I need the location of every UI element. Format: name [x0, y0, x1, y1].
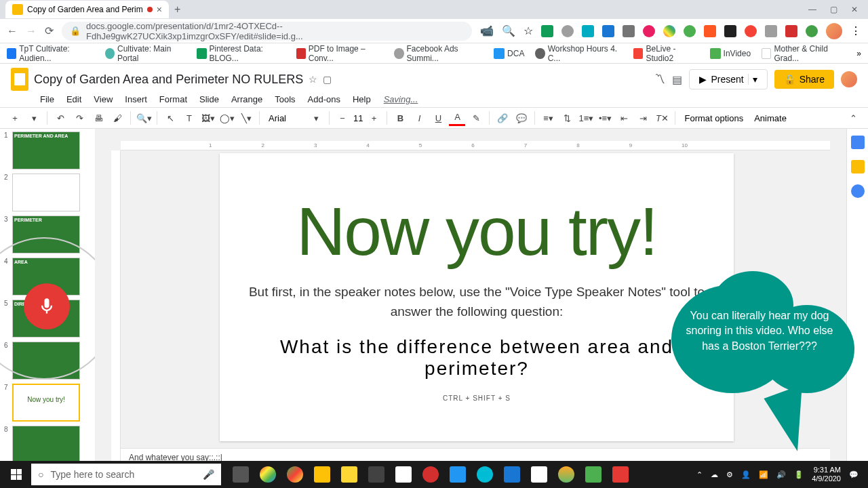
taskbar-app[interactable]	[255, 464, 281, 485]
slide-thumb[interactable]: 3PERIMETER	[4, 216, 91, 253]
document-title[interactable]: Copy of Garden Area and Perimeter NO RUL…	[34, 73, 303, 87]
paint-format-button[interactable]: 🖌	[109, 110, 125, 126]
maximize-icon[interactable]: ▢	[830, 5, 837, 14]
zoom-icon[interactable]: 🔍	[502, 24, 515, 37]
slide-thumb[interactable]: 2	[4, 174, 91, 211]
close-window-icon[interactable]: ✕	[851, 5, 858, 14]
line-button[interactable]: ╲▾	[238, 110, 254, 126]
animate-button[interactable]: Animate	[750, 113, 791, 123]
textbox-button[interactable]: T	[181, 110, 197, 126]
activity-icon[interactable]: 〽	[654, 73, 665, 85]
tray-icon[interactable]: ⚙	[726, 470, 733, 479]
tray-icon[interactable]: ☁	[711, 470, 718, 479]
slide-thumb[interactable]: 6	[4, 342, 91, 380]
menu-file[interactable]: File	[35, 93, 59, 106]
menu-insert[interactable]: Insert	[120, 93, 152, 106]
bookmark-item[interactable]: Facebook Ads Summi...	[394, 44, 483, 63]
present-button[interactable]: ▶ Present ▾	[689, 69, 767, 89]
taskbar-search[interactable]: ○ Type here to search 🎤	[31, 464, 221, 485]
chevron-down-icon[interactable]: ▾	[26, 110, 42, 126]
menu-arrange[interactable]: Arrange	[226, 93, 267, 106]
bullet-list-button[interactable]: •≡▾	[597, 110, 613, 126]
task-view-button[interactable]	[228, 464, 254, 485]
ext-icon[interactable]	[582, 25, 594, 37]
minimize-icon[interactable]: —	[808, 5, 816, 14]
taskbar-app[interactable]	[418, 464, 443, 485]
font-size-decrease[interactable]: −	[334, 110, 351, 126]
slides-logo-icon[interactable]	[11, 68, 28, 91]
account-avatar[interactable]	[841, 71, 857, 87]
link-button[interactable]: 🔗	[494, 110, 511, 126]
wifi-icon[interactable]: 📶	[759, 470, 768, 479]
clear-format-button[interactable]: T✕	[654, 110, 670, 126]
ext-icon[interactable]	[765, 25, 777, 37]
ext-icon[interactable]	[663, 25, 675, 37]
taskbar-app[interactable]	[526, 464, 552, 485]
move-icon[interactable]: ▢	[323, 74, 332, 85]
browser-tab[interactable]: Copy of Garden Area and Perim ×	[5, 1, 169, 18]
people-icon[interactable]: 👤	[741, 470, 751, 479]
voice-type-mic-button[interactable]	[24, 283, 70, 329]
underline-button[interactable]: U	[430, 110, 446, 126]
star-icon[interactable]: ☆	[309, 74, 317, 85]
url-field[interactable]: 🔒 docs.google.com/presentation/d/1mr2-4O…	[62, 22, 472, 41]
taskbar-app[interactable]	[472, 464, 498, 485]
battery-icon[interactable]: 🔋	[794, 470, 804, 479]
undo-button[interactable]: ↶	[52, 110, 68, 126]
ext-icon[interactable]	[643, 25, 655, 37]
ext-icon[interactable]	[745, 25, 757, 37]
forward-icon[interactable]: →	[26, 25, 37, 37]
ext-icon[interactable]	[541, 25, 553, 37]
taskbar-app[interactable]	[553, 464, 579, 485]
reload-icon[interactable]: ⟳	[45, 24, 54, 37]
print-button[interactable]: 🖶	[90, 110, 106, 126]
slide-thumb[interactable]: 1PERIMETER AND AREA	[4, 131, 91, 169]
slide-canvas[interactable]: Now you try! But first, in the speaker n…	[220, 153, 734, 441]
slide-panel[interactable]: 1PERIMETER AND AREA 2 3PERIMETER 4AREA 5…	[0, 129, 95, 488]
volume-icon[interactable]: 🔊	[776, 470, 786, 479]
italic-button[interactable]: I	[411, 110, 427, 126]
bookmark-item[interactable]: DCA	[494, 48, 524, 59]
bookmark-item[interactable]: TpT Cultivate: Audien...	[7, 44, 94, 63]
font-size-increase[interactable]: +	[366, 110, 382, 126]
tasks-icon[interactable]	[851, 184, 865, 198]
font-size-input[interactable]: 11	[353, 113, 363, 123]
taskbar-app[interactable]	[282, 464, 308, 485]
bookmark-item[interactable]: InVideo	[710, 48, 751, 59]
bookmark-item[interactable]: Pinterest Data: BLOG...	[197, 44, 285, 63]
menu-view[interactable]: View	[89, 93, 117, 106]
align-button[interactable]: ≡▾	[540, 110, 556, 126]
close-tab-icon[interactable]: ×	[157, 4, 162, 15]
zoom-button[interactable]: 🔍▾	[136, 110, 152, 126]
comment-button[interactable]: 💬	[513, 110, 530, 126]
keep-icon[interactable]	[851, 160, 865, 174]
format-options-button[interactable]: Format options	[680, 113, 747, 123]
back-icon[interactable]: ←	[7, 25, 18, 37]
slide-thumb-selected[interactable]: 7Now you try!	[4, 384, 91, 422]
taskbar-app[interactable]	[580, 464, 606, 485]
chevron-down-icon[interactable]: ▾	[308, 110, 324, 126]
share-button[interactable]: 🔒 Share	[774, 70, 834, 89]
bookmark-item[interactable]: PDF to Image – Conv...	[296, 44, 384, 63]
taskbar-app[interactable]	[309, 464, 335, 485]
bookmarks-overflow-icon[interactable]: »	[856, 49, 861, 58]
taskbar-app[interactable]	[499, 464, 525, 485]
numbered-list-button[interactable]: 1≡▾	[578, 110, 594, 126]
redo-button[interactable]: ↷	[71, 110, 87, 126]
ext-icon[interactable]	[704, 25, 716, 37]
highlight-button[interactable]: ✎	[468, 110, 484, 126]
taskbar-app[interactable]	[608, 464, 633, 485]
tray-expand-icon[interactable]: ⌃	[696, 470, 703, 479]
font-family-select[interactable]: Arial	[264, 112, 305, 125]
menu-format[interactable]: Format	[155, 93, 192, 106]
menu-help[interactable]: Help	[348, 93, 376, 106]
ext-icon[interactable]	[602, 25, 614, 37]
comments-icon[interactable]: ▤	[672, 73, 682, 86]
bookmark-item[interactable]: BeLive - Studio2	[633, 44, 698, 63]
chevron-down-icon[interactable]: ▾	[748, 74, 757, 85]
ext-icon[interactable]	[684, 25, 696, 37]
start-button[interactable]	[4, 464, 28, 485]
camera-icon[interactable]: 📹	[480, 24, 494, 37]
bookmark-item[interactable]: Workshop Hours 4. C...	[535, 44, 623, 63]
star-icon[interactable]: ☆	[524, 24, 533, 37]
